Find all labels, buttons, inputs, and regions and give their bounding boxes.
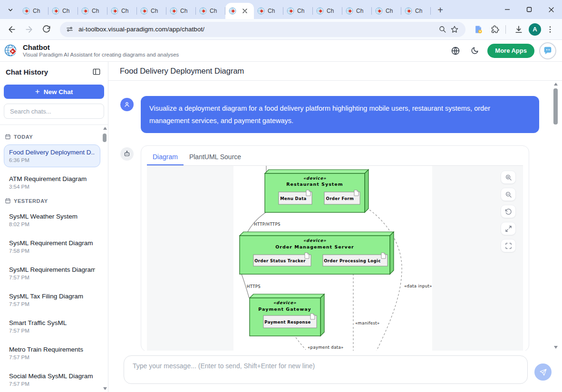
browser-tab[interactable]: Ch (166, 3, 196, 19)
calendar-icon (5, 198, 11, 204)
browser-tab[interactable]: Ch (137, 3, 166, 19)
browser-tab[interactable]: Ch (283, 3, 313, 19)
collapse-sidebar-button[interactable] (91, 66, 102, 77)
app-subtitle: Visual Paradigm AI Assistant for creatin… (23, 51, 445, 58)
chat-item-time: 7:58 PM (9, 248, 95, 254)
browser-tab-strip: ChChChChChChChChChChChChCh + (0, 0, 562, 19)
extensions-button[interactable] (487, 22, 502, 37)
browser-tab[interactable]: Ch (342, 3, 372, 19)
zoom-in-button[interactable] (501, 171, 516, 184)
chat-item-title: ATM Requirement Diagram (9, 175, 95, 182)
edge-label-https: HTTPS (247, 284, 261, 289)
minimize-button[interactable] (496, 0, 518, 19)
downloads-button[interactable] (512, 22, 526, 37)
message-input[interactable] (124, 355, 528, 384)
dark-mode-button[interactable] (466, 43, 483, 59)
chat-history-item[interactable]: ATM Requirement Diagram3:54 PM (4, 171, 100, 194)
svg-text:«device»: «device» (273, 300, 297, 305)
chat-history-item[interactable]: SysML Tax Filing Diagram7:57 PM (4, 288, 100, 311)
tab-label: Ch (297, 8, 304, 14)
forward-button[interactable] (22, 22, 36, 37)
assistant-button[interactable] (539, 42, 556, 59)
visual-paradigm-logo (4, 43, 19, 58)
chat-messages-area: Visualize a deployment diagram for a foo… (108, 81, 562, 351)
new-tab-button[interactable]: + (434, 3, 447, 17)
browser-tab[interactable]: Ch (313, 3, 342, 19)
reset-view-button[interactable] (501, 205, 516, 218)
forward-icon (24, 25, 34, 34)
browser-menu-button[interactable] (543, 22, 557, 37)
tab-diagram[interactable]: Diagram (147, 153, 184, 165)
chat-list: TODAYFood Delivery Deployment D...6:36 P… (0, 125, 108, 392)
search-chats-input[interactable] (4, 104, 104, 119)
diagram-card-tabs: Diagram PlantUML Source (141, 146, 529, 165)
scroll-thumb[interactable] (553, 88, 558, 124)
svg-text:Payment Response: Payment Response (264, 320, 310, 325)
expand-button[interactable] (501, 222, 516, 235)
reload-button[interactable] (39, 22, 53, 37)
chat-history-item[interactable]: Food Delivery Deployment D...6:36 PM (4, 144, 100, 167)
chat-history-item[interactable]: SysML Requirements Diagram7:57 PM (4, 262, 100, 285)
chat-history-item[interactable]: SysML Weather System8:02 PM (4, 209, 100, 231)
zoom-out-icon (505, 191, 512, 198)
browser-tab[interactable]: Ch (107, 3, 137, 19)
fullscreen-icon (505, 242, 512, 249)
browser-tab[interactable]: Ch (254, 3, 283, 19)
chat-history-item[interactable]: Metro Train Requirements7:57 PM (4, 342, 100, 364)
profile-avatar[interactable]: A (529, 23, 541, 36)
scroll-down-arrow[interactable] (554, 346, 558, 350)
chat-item-time: 3:54 PM (9, 184, 95, 190)
sidebar-header: Chat History (0, 62, 108, 82)
svg-text:Order Status Tracker: Order Status Tracker (254, 258, 306, 263)
tab-close-icon[interactable] (241, 7, 249, 15)
close-window-button[interactable] (540, 0, 562, 19)
drive-extension-button[interactable] (471, 22, 485, 37)
tab-plantuml-source[interactable]: PlantUML Source (184, 153, 247, 165)
browser-tab[interactable]: Ch (196, 3, 225, 19)
tab-search-button[interactable] (4, 3, 17, 17)
tab-label: Ch (415, 8, 422, 14)
browser-tab-active[interactable] (225, 3, 254, 19)
back-button[interactable] (5, 22, 19, 37)
scroll-thumb[interactable] (103, 134, 107, 142)
assistant-message-row: Diagram PlantUML Source (120, 145, 545, 351)
scroll-up-arrow[interactable] (103, 126, 107, 130)
site-settings-icon[interactable] (66, 25, 74, 33)
artifact-page-icon (305, 253, 309, 258)
browser-tab[interactable]: Ch (401, 3, 431, 19)
svg-text:«device»: «device» (303, 238, 327, 243)
chat-bubble-icon (543, 46, 553, 56)
chevron-down-icon (7, 7, 14, 13)
maximize-button[interactable] (518, 0, 540, 19)
send-button[interactable] (534, 363, 552, 381)
chat-scrollbar[interactable] (552, 81, 559, 351)
section-label: TODAY (14, 134, 33, 140)
robot-icon (123, 150, 131, 158)
sidebar-scrollbar[interactable] (102, 125, 108, 392)
browser-tab[interactable]: Ch (48, 3, 78, 19)
tab-favicon-icon (111, 7, 118, 15)
chat-history-item[interactable]: SysML Requirement Diagram7:58 PM (4, 235, 100, 258)
chat-history-item[interactable]: Smart Traffic SysML7:57 PM (4, 315, 100, 338)
browser-tab[interactable]: Ch (372, 3, 401, 19)
scroll-up-arrow[interactable] (554, 82, 558, 86)
svg-text:Order Processing Logic: Order Processing Logic (324, 258, 381, 263)
chat-history-item[interactable]: Social Media SysML Diagram7:57 PM (4, 368, 100, 391)
fullscreen-button[interactable] (501, 239, 516, 252)
browser-tab[interactable]: Ch (19, 3, 48, 19)
zoom-page-button[interactable] (436, 23, 448, 36)
svg-text:«device»: «device» (303, 176, 327, 181)
browser-tab[interactable]: Ch (78, 3, 107, 19)
language-button[interactable] (447, 43, 464, 59)
scroll-down-arrow[interactable] (103, 387, 107, 391)
tab-label: Ch (386, 8, 393, 14)
url-text[interactable]: ai-toolbox.visual-paradigm.com/app/chatb… (78, 26, 436, 33)
puzzle-icon (490, 25, 499, 34)
bookmark-button[interactable] (448, 23, 461, 36)
zoom-out-button[interactable] (501, 188, 516, 201)
more-apps-button[interactable]: More Apps (487, 44, 534, 58)
address-bar[interactable]: ai-toolbox.visual-paradigm.com/app/chatb… (60, 22, 465, 37)
artifact-page-icon (306, 190, 310, 196)
chat-item-time: 7:57 PM (9, 328, 95, 334)
new-chat-button[interactable]: + New Chat (4, 85, 104, 99)
